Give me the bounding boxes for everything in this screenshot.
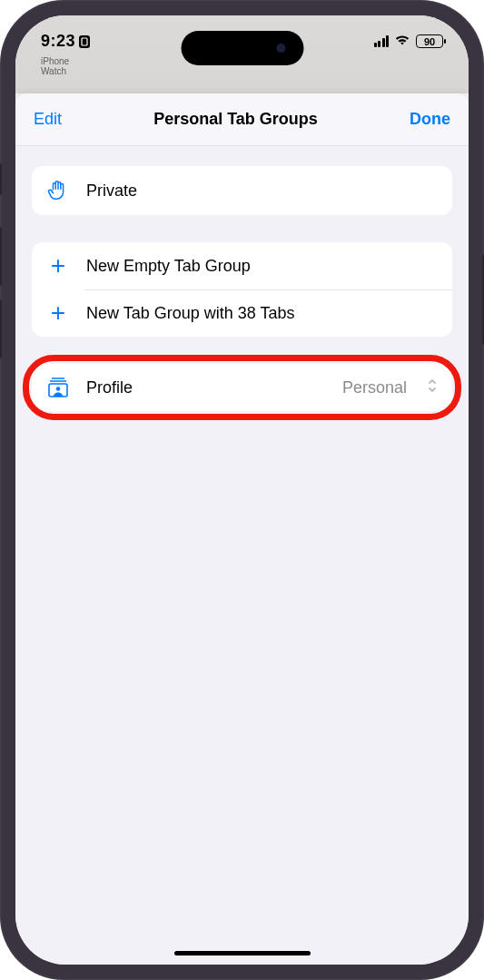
actions-card: + New Empty Tab Group + New Tab Group wi… xyxy=(32,242,452,337)
dynamic-island xyxy=(181,31,303,65)
plus-icon: + xyxy=(46,304,70,322)
profile-value: Personal xyxy=(342,378,407,397)
tab-groups-sheet: Edit Personal Tab Groups Done Private xyxy=(15,93,469,965)
volume-up-button[interactable] xyxy=(0,227,2,286)
svg-point-4 xyxy=(56,387,61,391)
mute-switch[interactable] xyxy=(0,163,2,195)
time-text: 9:23 xyxy=(41,32,75,51)
profile-label: Profile xyxy=(86,378,326,397)
profile-icon xyxy=(46,377,70,398)
screen: 9:23 90 iPhone Watch xyxy=(15,15,469,965)
hand-icon xyxy=(46,179,70,202)
status-time: 9:23 xyxy=(41,32,90,51)
done-button[interactable]: Done xyxy=(410,110,450,129)
chevron-up-down-icon xyxy=(427,377,438,397)
status-right: 90 xyxy=(374,34,444,50)
sheet-title: Personal Tab Groups xyxy=(153,110,318,129)
private-card: Private xyxy=(32,166,452,215)
volume-down-button[interactable] xyxy=(0,299,2,358)
plus-icon: + xyxy=(46,257,70,275)
new-with-tabs-label: New Tab Group with 38 Tabs xyxy=(86,304,438,323)
svg-rect-0 xyxy=(82,38,87,45)
wifi-icon xyxy=(394,34,410,50)
highlight-ring: Profile Personal xyxy=(32,364,452,411)
home-indicator[interactable] xyxy=(174,951,311,956)
new-empty-tab-group-row[interactable]: + New Empty Tab Group xyxy=(32,242,452,289)
sheet-content: Private + New Empty Tab Group + New Tab … xyxy=(15,146,469,431)
cellular-icon xyxy=(374,35,390,47)
new-tab-group-with-tabs-row[interactable]: + New Tab Group with 38 Tabs xyxy=(32,289,452,337)
rotation-lock-icon xyxy=(79,35,90,48)
battery-icon: 90 xyxy=(416,34,443,48)
profile-card: Profile Personal xyxy=(32,364,452,411)
private-row[interactable]: Private xyxy=(32,166,452,215)
battery-level: 90 xyxy=(424,36,435,47)
private-label: Private xyxy=(86,181,438,201)
profile-row[interactable]: Profile Personal xyxy=(32,364,452,411)
new-empty-label: New Empty Tab Group xyxy=(86,257,438,276)
edit-button[interactable]: Edit xyxy=(34,110,62,129)
sheet-header: Edit Personal Tab Groups Done xyxy=(15,93,469,146)
phone-frame: 9:23 90 iPhone Watch xyxy=(0,0,484,980)
